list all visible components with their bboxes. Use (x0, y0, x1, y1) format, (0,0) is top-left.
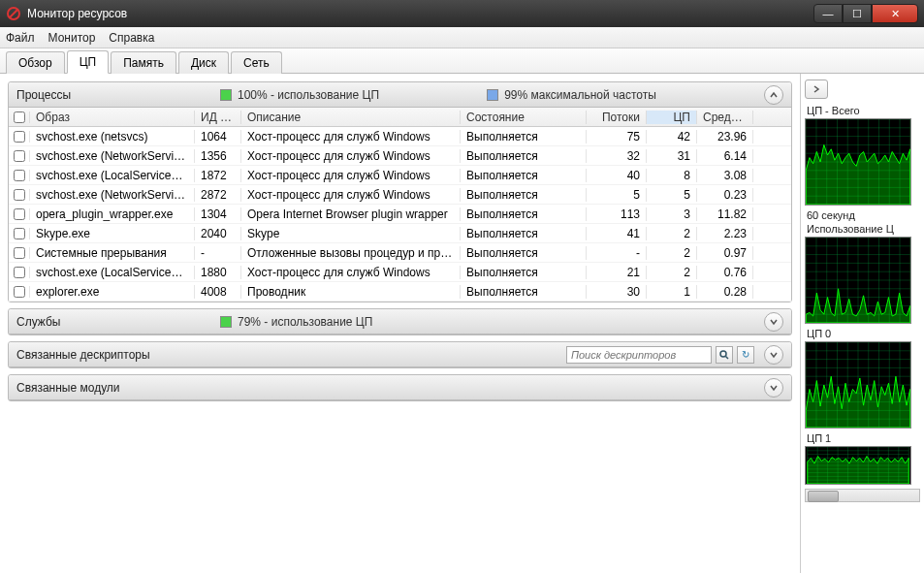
cell-desc: Skype (241, 227, 461, 240)
tab-memory[interactable]: Память (111, 51, 176, 74)
search-input[interactable] (566, 346, 712, 364)
panel-modules: Связанные модули (8, 374, 792, 401)
tab-disk[interactable]: Диск (178, 51, 229, 74)
cell-threads: 75 (587, 130, 647, 143)
panel-processes-header[interactable]: Процессы 100% - использование ЦП 99% мак… (9, 82, 791, 108)
table-row[interactable]: svchost.exe (LocalServiceAn...1872Хост-п… (9, 166, 791, 185)
col-pid[interactable]: ИД п... (195, 111, 241, 124)
cell-pid: 1872 (195, 169, 241, 182)
cell-state: Выполняется (461, 266, 587, 279)
tab-network[interactable]: Сеть (231, 51, 282, 74)
cell-state: Выполняется (461, 207, 587, 221)
cell-pid: 2040 (195, 227, 241, 240)
col-desc[interactable]: Описание (241, 111, 461, 124)
table-row[interactable]: Skype.exe2040SkypeВыполняется4122.23 (9, 224, 791, 243)
table-row[interactable]: svchost.exe (NetworkService...2872Хост-п… (9, 185, 791, 205)
minimize-button[interactable]: — (813, 4, 843, 23)
cell-pid: 1880 (195, 266, 241, 279)
row-checkbox[interactable] (14, 247, 25, 259)
panel-services: Службы 79% - использование ЦП (8, 308, 792, 335)
cell-state: Выполняется (461, 149, 587, 163)
table-row[interactable]: opera_plugin_wrapper.exe1304Opera Intern… (9, 205, 791, 224)
table-header: Образ ИД п... Описание Состояние Потоки … (9, 108, 791, 127)
cell-desc: Opera Internet Browser plugin wrapper (241, 207, 461, 221)
select-all-checkbox[interactable] (14, 111, 25, 123)
table-row[interactable]: Системные прерывания-Отложенные вызовы п… (9, 243, 791, 263)
graph-cpu1 (805, 446, 911, 485)
cell-desc: Хост-процесс для служб Windows (241, 130, 461, 143)
tab-bar: Обзор ЦП Память Диск Сеть (0, 48, 924, 74)
collapse-processes-button[interactable] (764, 85, 783, 105)
cell-cpu: 3 (647, 207, 697, 221)
expand-handles-button[interactable] (764, 345, 783, 365)
tab-cpu[interactable]: ЦП (67, 50, 110, 74)
chevron-down-icon (769, 383, 779, 393)
cell-cpu: 42 (647, 130, 697, 143)
cell-state: Выполняется (461, 285, 587, 299)
cell-pid: 4008 (195, 285, 241, 299)
cell-cpu: 2 (647, 266, 697, 279)
row-checkbox[interactable] (14, 228, 25, 239)
graph-sub2: Использование Ц (807, 223, 920, 235)
cell-avg: 3.08 (697, 169, 753, 182)
cell-avg: 11.82 (697, 207, 753, 221)
menu-bar: Файл Монитор Справка (0, 27, 924, 48)
menu-monitor[interactable]: Монитор (48, 31, 96, 45)
row-checkbox[interactable] (14, 267, 25, 278)
cell-threads: 21 (587, 266, 647, 279)
panel-modules-title: Связанные модули (16, 381, 120, 395)
cell-pid: 2872 (195, 188, 241, 202)
cell-desc: Проводник (241, 285, 461, 299)
tab-overview[interactable]: Обзор (6, 51, 65, 74)
col-cpu[interactable]: ЦП (647, 111, 697, 124)
cell-threads: 30 (587, 285, 647, 299)
row-checkbox[interactable] (14, 208, 25, 220)
cell-threads: 113 (587, 207, 647, 221)
chevron-down-icon (769, 350, 779, 360)
search-icon (719, 350, 729, 360)
cell-image: svchost.exe (NetworkService) (30, 149, 195, 163)
svg-line-1 (10, 10, 17, 17)
menu-help[interactable]: Справка (109, 31, 154, 45)
handles-search: ↻ (566, 346, 754, 364)
col-threads[interactable]: Потоки (587, 111, 647, 124)
table-row[interactable]: svchost.exe (netsvcs)1064Хост-процесс дл… (9, 127, 791, 146)
panel-processes: Процессы 100% - использование ЦП 99% мак… (8, 81, 792, 302)
maximize-button[interactable]: ☐ (843, 4, 872, 23)
side-scrollbar[interactable] (805, 489, 920, 502)
chevron-up-icon (769, 90, 779, 100)
expand-modules-button[interactable] (764, 378, 783, 398)
row-checkbox[interactable] (14, 286, 25, 298)
cell-state: Выполняется (461, 130, 587, 143)
cell-image: Skype.exe (30, 227, 195, 240)
cell-threads: 40 (587, 169, 647, 182)
cell-image: explorer.exe (30, 285, 195, 299)
table-row[interactable]: explorer.exe4008ПроводникВыполняется3010… (9, 282, 791, 302)
expand-services-button[interactable] (764, 312, 783, 332)
panel-handles-header[interactable]: Связанные дескрипторы ↻ (9, 342, 791, 367)
search-button[interactable] (716, 346, 733, 364)
row-checkbox[interactable] (14, 170, 25, 181)
side-collapse-button[interactable] (805, 80, 828, 99)
col-state[interactable]: Состояние (461, 111, 587, 124)
svg-point-2 (720, 351, 726, 357)
row-checkbox[interactable] (14, 189, 25, 201)
panel-services-header[interactable]: Службы 79% - использование ЦП (9, 309, 791, 334)
row-checkbox[interactable] (14, 131, 25, 143)
cell-cpu: 31 (647, 149, 697, 163)
menu-file[interactable]: Файл (6, 31, 35, 45)
close-button[interactable]: ✕ (872, 4, 918, 23)
refresh-button[interactable]: ↻ (737, 346, 754, 364)
panel-modules-header[interactable]: Связанные модули (9, 375, 791, 400)
cell-cpu: 8 (647, 169, 697, 182)
row-checkbox[interactable] (14, 150, 25, 162)
cell-state: Выполняется (461, 227, 587, 240)
col-avg[interactable]: Средн... (697, 111, 753, 124)
table-row[interactable]: svchost.exe (LocalServiceNo...1880Хост-п… (9, 263, 791, 282)
graph-sub1: 60 секунд (807, 209, 920, 221)
col-image[interactable]: Образ (30, 111, 195, 124)
chevron-right-icon (812, 84, 821, 94)
table-row[interactable]: svchost.exe (NetworkService)1356Хост-про… (9, 146, 791, 166)
cell-state: Выполняется (461, 246, 587, 260)
graph-cpu0 (805, 341, 911, 429)
